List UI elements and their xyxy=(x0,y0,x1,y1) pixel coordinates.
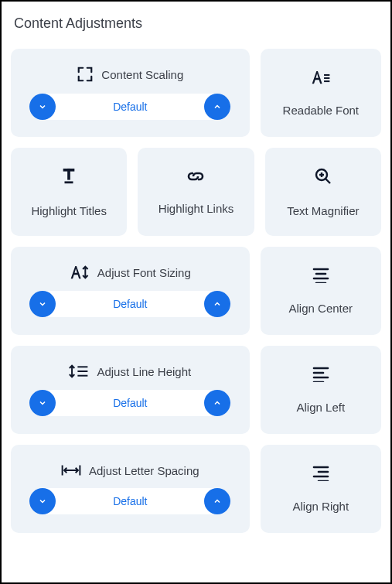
highlight-links-card[interactable]: Highlight Links xyxy=(138,148,254,236)
card-head: Adjust Line Height xyxy=(69,364,191,379)
align-right-card[interactable]: Align Right xyxy=(261,445,381,533)
svg-rect-0 xyxy=(324,73,329,75)
letter-spacing-card[interactable]: Adjust Letter Spacing Default xyxy=(11,445,250,533)
highlight-titles-label: Highlight Titles xyxy=(31,204,107,217)
align-center-icon xyxy=(312,268,330,286)
line-height-label: Adjust Line Height xyxy=(97,365,191,378)
line-height-icon xyxy=(69,364,89,379)
align-right-icon xyxy=(312,466,330,484)
svg-line-7 xyxy=(326,179,330,183)
readable-font-label: Readable Font xyxy=(283,104,359,117)
magnifier-plus-icon xyxy=(314,167,332,189)
row-5: Adjust Letter Spacing Default Align Righ… xyxy=(11,445,381,533)
svg-rect-5 xyxy=(65,181,73,183)
letter-spacing-spinner: Default xyxy=(29,488,230,514)
font-sizing-card[interactable]: Adjust Font Sizing Default xyxy=(11,247,250,335)
font-sizing-label: Adjust Font Sizing xyxy=(97,266,191,279)
content-scaling-label: Content Scaling xyxy=(101,68,183,81)
increase-button[interactable] xyxy=(204,488,230,514)
decrease-button[interactable] xyxy=(29,94,56,120)
svg-rect-1 xyxy=(324,77,329,79)
svg-rect-4 xyxy=(67,168,70,179)
align-left-label: Align Left xyxy=(297,401,346,414)
increase-button[interactable] xyxy=(204,291,230,317)
row-3: Adjust Font Sizing Default Align Center xyxy=(11,247,381,335)
line-height-spinner: Default xyxy=(29,390,230,416)
font-sizing-spinner: Default xyxy=(29,291,230,317)
text-magnifier-label: Text Magnifier xyxy=(287,204,359,217)
align-center-card[interactable]: Align Center xyxy=(261,247,381,335)
readable-font-icon xyxy=(311,70,331,88)
decrease-button[interactable] xyxy=(29,390,56,416)
letter-spacing-label: Adjust Letter Spacing xyxy=(89,464,199,477)
align-right-label: Align Right xyxy=(293,500,349,513)
line-height-value: Default xyxy=(56,397,204,409)
font-size-icon xyxy=(70,265,90,280)
decrease-button[interactable] xyxy=(29,291,56,317)
row-4: Adjust Line Height Default Align Left xyxy=(11,346,381,434)
adjustments-grid: Content Scaling Default Readable Font xyxy=(11,49,381,533)
title-icon xyxy=(60,167,77,189)
letter-spacing-icon xyxy=(61,463,81,477)
font-sizing-value: Default xyxy=(56,298,204,310)
expand-icon xyxy=(77,66,94,83)
align-left-card[interactable]: Align Left xyxy=(261,346,381,434)
content-scaling-card[interactable]: Content Scaling Default xyxy=(11,49,250,137)
content-scaling-spinner: Default xyxy=(29,94,230,120)
align-left-icon xyxy=(312,367,330,385)
row-2: Highlight Titles Highlight Links Text Ma… xyxy=(11,148,381,236)
decrease-button[interactable] xyxy=(29,488,56,514)
card-head: Adjust Font Sizing xyxy=(70,265,191,280)
card-head: Content Scaling xyxy=(77,66,183,83)
link-icon xyxy=(186,169,205,186)
readable-font-card[interactable]: Readable Font xyxy=(261,49,381,137)
increase-button[interactable] xyxy=(204,94,230,120)
row-1: Content Scaling Default Readable Font xyxy=(11,49,381,137)
card-head: Adjust Letter Spacing xyxy=(61,463,199,477)
align-center-label: Align Center xyxy=(289,302,353,315)
highlight-links-label: Highlight Links xyxy=(159,202,234,215)
line-height-card[interactable]: Adjust Line Height Default xyxy=(11,346,250,434)
section-title: Content Adjustments xyxy=(11,11,381,36)
content-scaling-value: Default xyxy=(56,101,204,113)
highlight-titles-card[interactable]: Highlight Titles xyxy=(11,148,127,236)
svg-rect-2 xyxy=(324,80,329,82)
text-magnifier-card[interactable]: Text Magnifier xyxy=(265,148,381,236)
increase-button[interactable] xyxy=(204,390,230,416)
letter-spacing-value: Default xyxy=(56,495,204,507)
